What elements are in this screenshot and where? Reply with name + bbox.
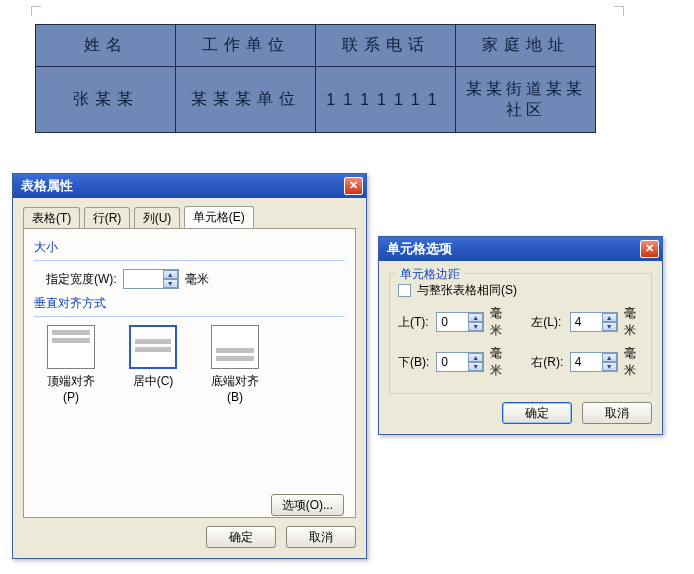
margin-bottom-label: 下(B):	[398, 354, 430, 371]
dialog-title: 单元格选项	[387, 240, 452, 258]
tab-col[interactable]: 列(U)	[134, 207, 181, 228]
table-cell[interactable]: 某某某单位	[176, 67, 316, 133]
unit-label: 毫米	[490, 345, 509, 379]
dialog-titlebar[interactable]: 单元格选项 ✕	[379, 237, 662, 261]
tab-row[interactable]: 行(R)	[84, 207, 131, 228]
valign-bottom-option[interactable]	[211, 325, 259, 369]
unit-label: 毫米	[624, 345, 643, 379]
tab-bar: 表格(T) 行(R) 列(U) 单元格(E)	[23, 206, 356, 228]
document-table: 姓名 工作单位 联系电话 家庭地址 张某某 某某某单位 1111111 某某街道…	[35, 24, 596, 133]
same-as-table-checkbox[interactable]	[398, 284, 411, 297]
width-unit: 毫米	[185, 271, 209, 288]
margin-right-spinner[interactable]: ▲▼	[602, 353, 617, 371]
same-as-table-label: 与整张表格相同(S)	[417, 282, 517, 299]
table-header-cell[interactable]: 联系电话	[316, 25, 456, 67]
ok-button[interactable]: 确定	[206, 526, 276, 548]
valign-bottom-label: 底端对齐(B)	[204, 373, 266, 404]
close-icon[interactable]: ✕	[640, 240, 659, 258]
table-properties-dialog: 表格属性 ✕ 表格(T) 行(R) 列(U) 单元格(E) 大小 指定宽度(W)…	[12, 173, 367, 559]
table-cell[interactable]: 1111111	[316, 67, 456, 133]
width-spinner[interactable]: ▲▼	[163, 270, 178, 288]
table-header-cell[interactable]: 家庭地址	[456, 25, 596, 67]
cancel-button[interactable]: 取消	[286, 526, 356, 548]
dialog-title: 表格属性	[21, 177, 73, 195]
valign-top-option[interactable]	[47, 325, 95, 369]
table-header-cell[interactable]: 姓名	[36, 25, 176, 67]
margin-left-label: 左(L):	[531, 314, 563, 331]
unit-label: 毫米	[490, 305, 509, 339]
dialog-titlebar[interactable]: 表格属性 ✕	[13, 174, 366, 198]
table-cell[interactable]: 某某街道某某社区	[456, 67, 596, 133]
valign-middle-option[interactable]	[129, 325, 177, 369]
cell-margin-title: 单元格边距	[396, 266, 464, 283]
margin-top-label: 上(T):	[398, 314, 430, 331]
unit-label: 毫米	[624, 305, 643, 339]
margin-bottom-spinner[interactable]: ▲▼	[468, 353, 483, 371]
margin-right-label: 右(R):	[531, 354, 563, 371]
tab-cell[interactable]: 单元格(E)	[184, 206, 254, 228]
width-label: 指定宽度(W):	[46, 271, 117, 288]
valign-top-label: 顶端对齐(P)	[40, 373, 102, 404]
section-size-title: 大小	[34, 239, 345, 256]
cell-options-dialog: 单元格选项 ✕ 单元格边距 与整张表格相同(S) 上(T): ▲▼ 毫米 左(L…	[378, 236, 663, 435]
tab-table[interactable]: 表格(T)	[23, 207, 80, 228]
options-button[interactable]: 选项(O)...	[271, 494, 344, 516]
table-cell[interactable]: 张某某	[36, 67, 176, 133]
tab-panel-cell: 大小 指定宽度(W): ▲▼ 毫米 垂直对齐方式 顶端对齐(P)	[23, 228, 356, 518]
ok-button[interactable]: 确定	[502, 402, 572, 424]
cell-margin-group: 单元格边距 与整张表格相同(S) 上(T): ▲▼ 毫米 左(L): ▲▼ 毫米	[389, 273, 652, 394]
margin-top-spinner[interactable]: ▲▼	[468, 313, 483, 331]
valign-middle-label: 居中(C)	[122, 373, 184, 390]
table-header-cell[interactable]: 工作单位	[176, 25, 316, 67]
close-icon[interactable]: ✕	[344, 177, 363, 195]
margin-left-spinner[interactable]: ▲▼	[602, 313, 617, 331]
cancel-button[interactable]: 取消	[582, 402, 652, 424]
section-valign-title: 垂直对齐方式	[34, 295, 345, 312]
